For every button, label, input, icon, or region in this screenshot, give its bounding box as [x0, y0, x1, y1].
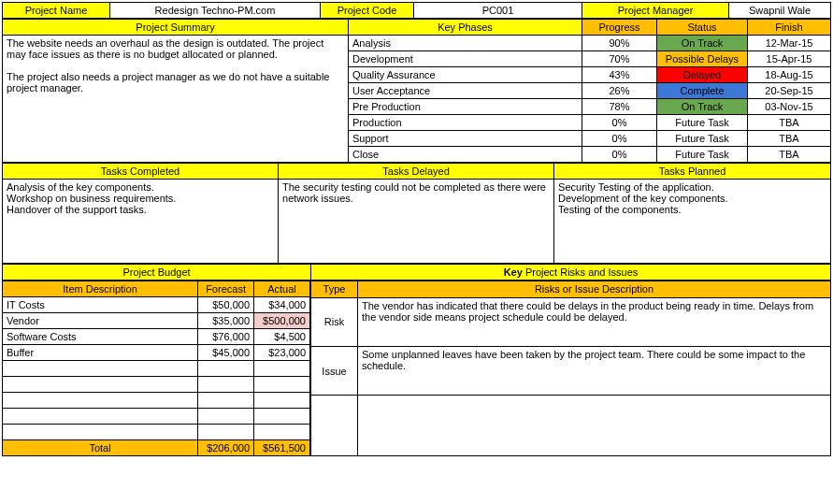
- budget-row: Vendor $35,000 $500,000: [3, 313, 310, 329]
- header-table: Project Name Redesign Techno-PM.com Proj…: [2, 2, 831, 19]
- risk-row: Risk The vendor has indicated that there…: [311, 297, 831, 346]
- project-manager-label: Project Manager: [582, 3, 729, 19]
- phase-status: Future Task: [657, 115, 748, 131]
- total-forecast: $206,000: [198, 440, 254, 456]
- phase-progress: 26%: [582, 83, 657, 99]
- phase-name: Analysis: [349, 36, 582, 51]
- phase-finish: 03-Nov-15: [748, 99, 831, 115]
- phase-progress: 90%: [582, 36, 657, 51]
- phase-name: Production: [349, 115, 582, 131]
- phase-progress: 70%: [582, 51, 657, 67]
- tasks-completed-header: Tasks Completed: [3, 164, 279, 180]
- tasks-delayed-header: Tasks Delayed: [279, 164, 554, 180]
- key-phases-header: Key Phases: [349, 20, 582, 36]
- budget-risks-body: Item Description Forecast Actual IT Cost…: [2, 281, 831, 456]
- type-header: Type: [311, 281, 358, 298]
- project-budget-header: Project Budget: [3, 265, 311, 281]
- phase-finish: TBA: [748, 115, 831, 131]
- project-summary-header: Project Summary: [3, 20, 349, 36]
- phase-finish: 12-Mar-15: [748, 36, 831, 51]
- phase-progress: 0%: [582, 115, 657, 131]
- forecast-header: Forecast: [198, 281, 254, 297]
- tasks-header-table: Tasks Completed Tasks Delayed Tasks Plan…: [2, 163, 831, 264]
- status-header: Status: [657, 20, 748, 36]
- phase-name: Development: [349, 51, 582, 67]
- phase-progress: 78%: [582, 99, 657, 115]
- project-manager-value: Swapnil Wale: [729, 3, 831, 19]
- risks-header: Key Project Risks and Issues: [311, 265, 831, 281]
- risk-desc-header: Risks or Issue Description: [358, 281, 831, 298]
- phase-name: Pre Production: [349, 99, 582, 115]
- tasks-planned-text: Security Testing of the application. Dev…: [554, 180, 831, 264]
- phase-finish: 20-Sep-15: [748, 83, 831, 99]
- risk-row: [311, 396, 831, 456]
- phase-finish: TBA: [748, 147, 831, 163]
- progress-header: Progress: [582, 20, 657, 36]
- risk-desc: Some unplanned leaves have been taken by…: [358, 346, 831, 395]
- phase-status: Delayed: [657, 67, 748, 83]
- budget-row: Software Costs $76,000 $4,500: [3, 329, 310, 345]
- risks-table: Type Risks or Issue Description Risk The…: [310, 281, 831, 456]
- phase-progress: 43%: [582, 67, 657, 83]
- budget-row: Buffer $45,000 $23,000: [3, 345, 310, 361]
- project-summary-text: The website needs an overhaul as the des…: [3, 36, 349, 163]
- phase-finish: 15-Apr-15: [748, 51, 831, 67]
- phase-progress: 0%: [582, 147, 657, 163]
- tasks-completed-text: Analysis of the key components. Workshop…: [3, 180, 279, 264]
- tasks-planned-header: Tasks Planned: [554, 164, 831, 180]
- risk-type: Issue: [311, 346, 358, 395]
- phase-name: User Acceptance: [349, 83, 582, 99]
- phase-status: On Track: [657, 99, 748, 115]
- budget-table: Item Description Forecast Actual IT Cost…: [2, 281, 310, 456]
- item-description-header: Item Description: [3, 281, 198, 297]
- phase-progress: 0%: [582, 131, 657, 147]
- phase-status: Possible Delays: [657, 51, 748, 67]
- total-actual: $561,500: [254, 440, 310, 456]
- phase-status: On Track: [657, 36, 748, 51]
- risk-row: Issue Some unplanned leaves have been ta…: [311, 346, 831, 395]
- phase-name: Close: [349, 147, 582, 163]
- phase-status: Complete: [657, 83, 748, 99]
- project-name-value: Redesign Techno-PM.com: [110, 3, 321, 19]
- phase-name: Quality Assurance: [349, 67, 582, 83]
- project-code-value: PC001: [414, 3, 582, 19]
- phase-status: Future Task: [657, 147, 748, 163]
- budget-risks-header-table: Project Budget Key Project Risks and Iss…: [2, 264, 831, 281]
- total-label: Total: [3, 440, 198, 456]
- project-code-label: Project Code: [321, 3, 414, 19]
- project-name-label: Project Name: [3, 3, 110, 19]
- risk-type: Risk: [311, 297, 358, 346]
- phase-finish: TBA: [748, 131, 831, 147]
- risk-desc: The vendor has indicated that there coul…: [358, 297, 831, 346]
- actual-header: Actual: [254, 281, 310, 297]
- summary-phases-table: Project Summary Key Phases Progress Stat…: [2, 19, 831, 163]
- phase-finish: 18-Aug-15: [748, 67, 831, 83]
- tasks-delayed-text: The security testing could not be comple…: [279, 180, 554, 264]
- phase-status: Future Task: [657, 131, 748, 147]
- finish-header: Finish: [748, 20, 831, 36]
- phase-name: Support: [349, 131, 582, 147]
- budget-row: IT Costs $50,000 $34,000: [3, 297, 310, 313]
